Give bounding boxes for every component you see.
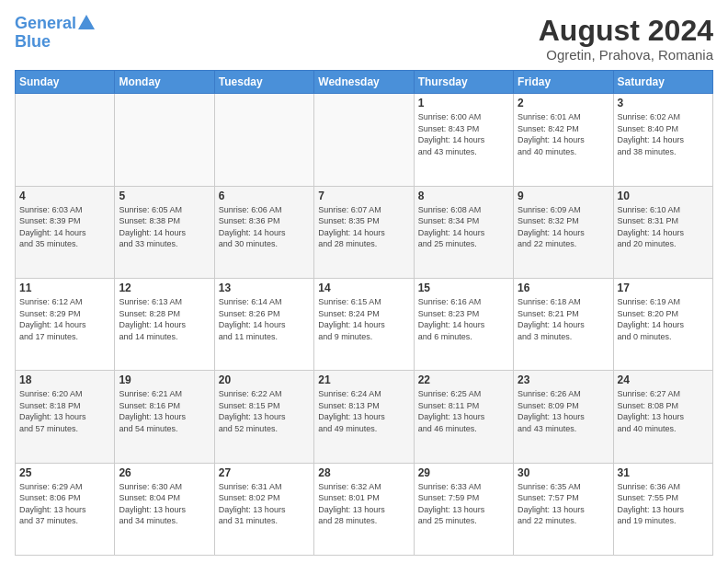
day-info: Sunrise: 6:31 AM Sunset: 8:02 PM Dayligh… [219,481,310,527]
table-row: 21Sunrise: 6:24 AM Sunset: 8:13 PM Dayli… [314,371,414,463]
day-number: 11 [19,282,110,294]
table-row [314,94,414,186]
table-row [214,94,313,186]
day-info: Sunrise: 6:14 AM Sunset: 8:26 PM Dayligh… [219,296,310,342]
table-row: 22Sunrise: 6:25 AM Sunset: 8:11 PM Dayli… [414,371,513,463]
day-info: Sunrise: 6:16 AM Sunset: 8:23 PM Dayligh… [418,296,509,342]
day-number: 24 [618,373,709,386]
day-number: 1 [418,97,509,109]
table-row: 28Sunrise: 6:32 AM Sunset: 8:01 PM Dayli… [314,463,414,555]
day-number: 16 [518,282,609,294]
day-number: 6 [219,190,310,202]
logo: General Blue [15,15,95,52]
day-info: Sunrise: 6:19 AM Sunset: 8:20 PM Dayligh… [618,296,709,342]
calendar-header-row: Sunday Monday Tuesday Wednesday Thursday… [16,71,713,94]
table-row: 7Sunrise: 6:07 AM Sunset: 8:35 PM Daylig… [314,186,414,278]
table-row: 2Sunrise: 6:01 AM Sunset: 8:42 PM Daylig… [514,94,613,186]
table-row: 12Sunrise: 6:13 AM Sunset: 8:28 PM Dayli… [115,278,214,370]
table-row: 11Sunrise: 6:12 AM Sunset: 8:29 PM Dayli… [16,278,115,370]
day-info: Sunrise: 6:07 AM Sunset: 8:35 PM Dayligh… [318,204,409,250]
day-number: 7 [318,190,409,202]
table-row: 24Sunrise: 6:27 AM Sunset: 8:08 PM Dayli… [613,371,712,463]
day-info: Sunrise: 6:18 AM Sunset: 8:21 PM Dayligh… [518,296,609,342]
day-number: 29 [418,466,509,479]
day-info: Sunrise: 6:13 AM Sunset: 8:28 PM Dayligh… [119,296,210,342]
day-number: 8 [418,190,509,202]
table-row: 1Sunrise: 6:00 AM Sunset: 8:43 PM Daylig… [414,94,513,186]
day-info: Sunrise: 6:00 AM Sunset: 8:43 PM Dayligh… [418,111,509,157]
day-number: 4 [19,190,110,202]
table-row: 23Sunrise: 6:26 AM Sunset: 8:09 PM Dayli… [514,371,613,463]
week-row-2: 4Sunrise: 6:03 AM Sunset: 8:39 PM Daylig… [16,186,713,278]
day-info: Sunrise: 6:33 AM Sunset: 7:59 PM Dayligh… [418,481,509,527]
title-block: August 2024 Ogretin, Prahova, Romania [539,15,713,63]
day-info: Sunrise: 6:21 AM Sunset: 8:16 PM Dayligh… [119,388,210,434]
col-wednesday: Wednesday [314,71,414,94]
table-row: 10Sunrise: 6:10 AM Sunset: 8:31 PM Dayli… [613,186,712,278]
calendar: Sunday Monday Tuesday Wednesday Thursday… [15,70,713,556]
col-tuesday: Tuesday [214,71,313,94]
day-info: Sunrise: 6:22 AM Sunset: 8:15 PM Dayligh… [219,388,310,434]
day-number: 2 [518,97,609,109]
day-info: Sunrise: 6:36 AM Sunset: 7:55 PM Dayligh… [618,481,709,527]
table-row: 6Sunrise: 6:06 AM Sunset: 8:36 PM Daylig… [214,186,313,278]
day-number: 3 [618,97,709,109]
day-number: 14 [318,282,409,294]
day-number: 31 [618,466,709,479]
day-info: Sunrise: 6:32 AM Sunset: 8:01 PM Dayligh… [318,481,409,527]
day-info: Sunrise: 6:02 AM Sunset: 8:40 PM Dayligh… [618,111,709,157]
day-number: 5 [119,190,210,202]
day-info: Sunrise: 6:09 AM Sunset: 8:32 PM Dayligh… [518,204,609,250]
table-row: 19Sunrise: 6:21 AM Sunset: 8:16 PM Dayli… [115,371,214,463]
table-row: 9Sunrise: 6:09 AM Sunset: 8:32 PM Daylig… [514,186,613,278]
day-info: Sunrise: 6:12 AM Sunset: 8:29 PM Dayligh… [19,296,110,342]
week-row-5: 25Sunrise: 6:29 AM Sunset: 8:06 PM Dayli… [16,463,713,555]
table-row: 3Sunrise: 6:02 AM Sunset: 8:40 PM Daylig… [613,94,712,186]
day-number: 9 [518,190,609,202]
day-info: Sunrise: 6:03 AM Sunset: 8:39 PM Dayligh… [19,204,110,250]
table-row: 27Sunrise: 6:31 AM Sunset: 8:02 PM Dayli… [214,463,313,555]
day-number: 18 [19,373,110,386]
header: General Blue August 2024 Ogretin, Prahov… [15,15,713,63]
day-number: 25 [19,466,110,479]
day-info: Sunrise: 6:06 AM Sunset: 8:36 PM Dayligh… [219,204,310,250]
day-info: Sunrise: 6:29 AM Sunset: 8:06 PM Dayligh… [19,481,110,527]
day-number: 19 [119,373,210,386]
col-saturday: Saturday [613,71,712,94]
col-sunday: Sunday [16,71,115,94]
logo-text-line1: General [15,15,76,33]
logo-icon [78,14,95,30]
day-info: Sunrise: 6:30 AM Sunset: 8:04 PM Dayligh… [119,481,210,527]
day-number: 22 [418,373,509,386]
table-row: 26Sunrise: 6:30 AM Sunset: 8:04 PM Dayli… [115,463,214,555]
table-row: 16Sunrise: 6:18 AM Sunset: 8:21 PM Dayli… [514,278,613,370]
day-number: 13 [219,282,310,294]
day-number: 21 [318,373,409,386]
table-row: 14Sunrise: 6:15 AM Sunset: 8:24 PM Dayli… [314,278,414,370]
day-number: 28 [318,466,409,479]
day-info: Sunrise: 6:35 AM Sunset: 7:57 PM Dayligh… [518,481,609,527]
col-thursday: Thursday [414,71,513,94]
day-number: 26 [119,466,210,479]
week-row-4: 18Sunrise: 6:20 AM Sunset: 8:18 PM Dayli… [16,371,713,463]
table-row: 20Sunrise: 6:22 AM Sunset: 8:15 PM Dayli… [214,371,313,463]
day-info: Sunrise: 6:27 AM Sunset: 8:08 PM Dayligh… [618,388,709,434]
day-number: 27 [219,466,310,479]
table-row [16,94,115,186]
table-row: 8Sunrise: 6:08 AM Sunset: 8:34 PM Daylig… [414,186,513,278]
day-info: Sunrise: 6:20 AM Sunset: 8:18 PM Dayligh… [19,388,110,434]
table-row: 18Sunrise: 6:20 AM Sunset: 8:18 PM Dayli… [16,371,115,463]
table-row [115,94,214,186]
table-row: 25Sunrise: 6:29 AM Sunset: 8:06 PM Dayli… [16,463,115,555]
day-info: Sunrise: 6:10 AM Sunset: 8:31 PM Dayligh… [618,204,709,250]
day-info: Sunrise: 6:15 AM Sunset: 8:24 PM Dayligh… [318,296,409,342]
col-monday: Monday [115,71,214,94]
svg-marker-0 [78,15,95,29]
main-title: August 2024 [539,15,713,47]
day-info: Sunrise: 6:25 AM Sunset: 8:11 PM Dayligh… [418,388,509,434]
day-info: Sunrise: 6:01 AM Sunset: 8:42 PM Dayligh… [518,111,609,157]
table-row: 15Sunrise: 6:16 AM Sunset: 8:23 PM Dayli… [414,278,513,370]
table-row: 30Sunrise: 6:35 AM Sunset: 7:57 PM Dayli… [514,463,613,555]
table-row: 13Sunrise: 6:14 AM Sunset: 8:26 PM Dayli… [214,278,313,370]
day-info: Sunrise: 6:05 AM Sunset: 8:38 PM Dayligh… [119,204,210,250]
